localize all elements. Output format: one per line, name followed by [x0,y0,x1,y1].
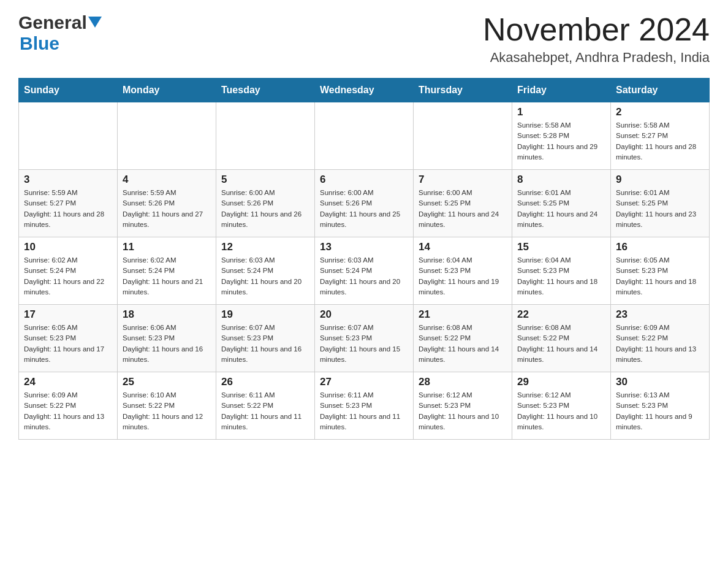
day-info: Sunrise: 6:04 AMSunset: 5:23 PMDaylight:… [419,255,507,297]
calendar-cell: 6Sunrise: 6:00 AMSunset: 5:26 PMDaylight… [315,170,414,237]
day-number: 14 [419,241,507,253]
calendar-header-row: SundayMondayTuesdayWednesdayThursdayFrid… [19,79,710,102]
calendar-day-header: Thursday [414,79,512,102]
calendar-cell [19,102,118,170]
day-info: Sunrise: 6:01 AMSunset: 5:25 PMDaylight:… [616,188,704,230]
calendar-cell: 24Sunrise: 6:09 AMSunset: 5:22 PMDayligh… [19,372,118,440]
calendar-cell: 1Sunrise: 5:58 AMSunset: 5:28 PMDaylight… [512,102,611,170]
title-section: November 2024 Akasahebpet, Andhra Prades… [483,12,710,66]
day-number: 19 [221,308,309,321]
calendar-day-header: Tuesday [216,79,315,102]
calendar-week-row: 24Sunrise: 6:09 AMSunset: 5:22 PMDayligh… [19,372,710,440]
calendar-week-row: 1Sunrise: 5:58 AMSunset: 5:28 PMDaylight… [19,102,710,170]
day-number: 20 [320,308,408,321]
calendar-cell: 20Sunrise: 6:07 AMSunset: 5:23 PMDayligh… [315,305,414,372]
day-number: 12 [221,241,309,253]
calendar-cell: 11Sunrise: 6:02 AMSunset: 5:24 PMDayligh… [118,237,216,305]
day-info: Sunrise: 6:07 AMSunset: 5:23 PMDaylight:… [221,323,309,365]
day-number: 24 [24,376,112,388]
calendar-cell: 28Sunrise: 6:12 AMSunset: 5:23 PMDayligh… [414,372,512,440]
calendar-cell: 10Sunrise: 6:02 AMSunset: 5:24 PMDayligh… [19,237,118,305]
day-number: 5 [221,174,309,186]
day-number: 13 [320,241,408,253]
day-number: 7 [419,174,507,186]
day-info: Sunrise: 6:03 AMSunset: 5:24 PMDaylight:… [221,255,309,297]
day-number: 2 [616,106,704,118]
day-info: Sunrise: 6:07 AMSunset: 5:23 PMDaylight:… [320,323,408,365]
day-number: 22 [517,308,605,321]
calendar-cell: 5Sunrise: 6:00 AMSunset: 5:26 PMDaylight… [216,170,315,237]
day-number: 25 [123,376,211,388]
day-number: 1 [517,106,605,118]
day-info: Sunrise: 6:00 AMSunset: 5:25 PMDaylight:… [419,188,507,230]
calendar-cell [118,102,216,170]
day-number: 27 [320,376,408,388]
day-info: Sunrise: 6:10 AMSunset: 5:22 PMDaylight:… [123,390,211,432]
calendar-cell: 18Sunrise: 6:06 AMSunset: 5:23 PMDayligh… [118,305,216,372]
day-number: 30 [616,376,704,388]
day-info: Sunrise: 6:02 AMSunset: 5:24 PMDaylight:… [123,255,211,297]
day-info: Sunrise: 6:02 AMSunset: 5:24 PMDaylight:… [24,255,112,297]
logo-triangle-icon [88,17,102,30]
calendar-cell: 23Sunrise: 6:09 AMSunset: 5:22 PMDayligh… [611,305,710,372]
calendar-cell: 13Sunrise: 6:03 AMSunset: 5:24 PMDayligh… [315,237,414,305]
day-number: 3 [24,174,112,186]
calendar-cell: 8Sunrise: 6:01 AMSunset: 5:25 PMDaylight… [512,170,611,237]
day-info: Sunrise: 6:13 AMSunset: 5:23 PMDaylight:… [616,390,704,432]
day-info: Sunrise: 6:09 AMSunset: 5:22 PMDaylight:… [24,390,112,432]
calendar-cell: 19Sunrise: 6:07 AMSunset: 5:23 PMDayligh… [216,305,315,372]
day-info: Sunrise: 5:58 AMSunset: 5:27 PMDaylight:… [616,120,704,163]
day-number: 17 [24,308,112,321]
day-number: 4 [123,174,211,186]
day-number: 15 [517,241,605,253]
day-info: Sunrise: 6:03 AMSunset: 5:24 PMDaylight:… [320,255,408,297]
location-subtitle: Akasahebpet, Andhra Pradesh, India [483,50,710,66]
calendar-cell: 2Sunrise: 5:58 AMSunset: 5:27 PMDaylight… [611,102,710,170]
day-info: Sunrise: 6:06 AMSunset: 5:23 PMDaylight:… [123,323,211,365]
calendar-cell: 27Sunrise: 6:11 AMSunset: 5:23 PMDayligh… [315,372,414,440]
day-number: 21 [419,308,507,321]
page-header: General Blue November 2024 Akasahebpet, … [18,12,710,66]
calendar-day-header: Monday [118,79,216,102]
day-info: Sunrise: 6:01 AMSunset: 5:25 PMDaylight:… [517,188,605,230]
day-number: 6 [320,174,408,186]
calendar-cell: 22Sunrise: 6:08 AMSunset: 5:22 PMDayligh… [512,305,611,372]
day-info: Sunrise: 6:08 AMSunset: 5:22 PMDaylight:… [419,323,507,365]
calendar-cell: 16Sunrise: 6:05 AMSunset: 5:23 PMDayligh… [611,237,710,305]
day-info: Sunrise: 6:12 AMSunset: 5:23 PMDaylight:… [517,390,605,432]
logo-general: General [18,12,87,33]
calendar-cell: 14Sunrise: 6:04 AMSunset: 5:23 PMDayligh… [414,237,512,305]
day-info: Sunrise: 6:04 AMSunset: 5:23 PMDaylight:… [517,255,605,297]
day-number: 11 [123,241,211,253]
day-info: Sunrise: 5:59 AMSunset: 5:26 PMDaylight:… [123,188,211,230]
calendar-cell: 3Sunrise: 5:59 AMSunset: 5:27 PMDaylight… [19,170,118,237]
calendar-cell: 25Sunrise: 6:10 AMSunset: 5:22 PMDayligh… [118,372,216,440]
calendar-cell: 17Sunrise: 6:05 AMSunset: 5:23 PMDayligh… [19,305,118,372]
day-number: 26 [221,376,309,388]
calendar-week-row: 17Sunrise: 6:05 AMSunset: 5:23 PMDayligh… [19,305,710,372]
calendar-cell: 12Sunrise: 6:03 AMSunset: 5:24 PMDayligh… [216,237,315,305]
calendar-cell: 7Sunrise: 6:00 AMSunset: 5:25 PMDaylight… [414,170,512,237]
calendar-cell: 29Sunrise: 6:12 AMSunset: 5:23 PMDayligh… [512,372,611,440]
day-info: Sunrise: 6:00 AMSunset: 5:26 PMDaylight:… [320,188,408,230]
day-number: 29 [517,376,605,388]
day-number: 8 [517,174,605,186]
calendar-cell: 15Sunrise: 6:04 AMSunset: 5:23 PMDayligh… [512,237,611,305]
calendar-cell: 26Sunrise: 6:11 AMSunset: 5:22 PMDayligh… [216,372,315,440]
calendar-day-header: Sunday [19,79,118,102]
day-info: Sunrise: 5:58 AMSunset: 5:28 PMDaylight:… [517,120,605,163]
day-info: Sunrise: 6:05 AMSunset: 5:23 PMDaylight:… [24,323,112,365]
calendar-day-header: Wednesday [315,79,414,102]
calendar-cell: 21Sunrise: 6:08 AMSunset: 5:22 PMDayligh… [414,305,512,372]
calendar-table: SundayMondayTuesdayWednesdayThursdayFrid… [18,78,710,440]
calendar-cell: 4Sunrise: 5:59 AMSunset: 5:26 PMDaylight… [118,170,216,237]
day-info: Sunrise: 5:59 AMSunset: 5:27 PMDaylight:… [24,188,112,230]
day-info: Sunrise: 6:11 AMSunset: 5:23 PMDaylight:… [320,390,408,432]
month-title: November 2024 [483,12,710,47]
calendar-cell [216,102,315,170]
day-info: Sunrise: 6:08 AMSunset: 5:22 PMDaylight:… [517,323,605,365]
day-number: 18 [123,308,211,321]
calendar-week-row: 10Sunrise: 6:02 AMSunset: 5:24 PMDayligh… [19,237,710,305]
day-info: Sunrise: 6:00 AMSunset: 5:26 PMDaylight:… [221,188,309,230]
logo: General Blue [18,12,102,54]
